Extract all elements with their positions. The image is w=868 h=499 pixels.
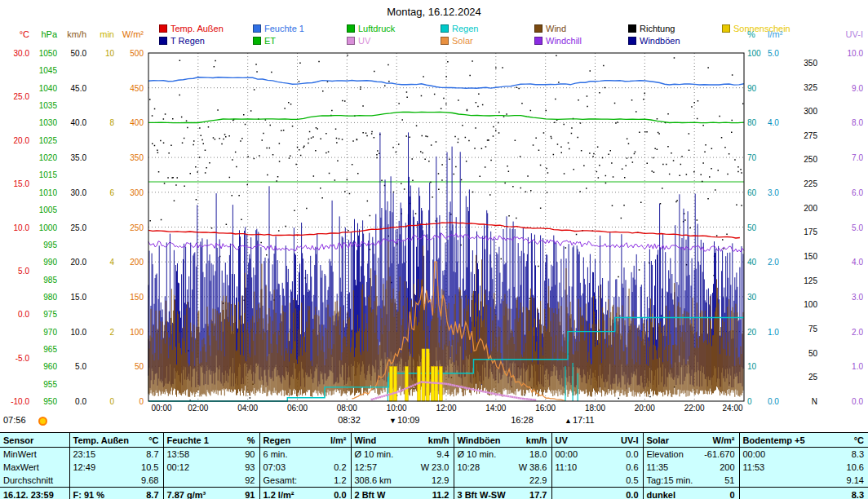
stats-cell: W 23.012:57 (351, 461, 454, 474)
stats-cell-value: W 23.0 (421, 462, 450, 472)
axis-tick-label: 955 (18, 380, 57, 389)
stats-cell: km/hWind (351, 433, 454, 448)
stats-cell: 10.611:53 (739, 461, 868, 474)
stats-cell-value: 92 (245, 475, 255, 485)
stats-cell: 22.9 (454, 474, 551, 488)
stats-cell: 11.22 Bft W (351, 488, 454, 499)
stats-cell-value: 0.5 (626, 475, 638, 485)
stats-cell: 10.512:49 (69, 461, 163, 474)
time-tick-label: 08:00 (330, 404, 363, 413)
stats-cell-value: 0.6 (626, 462, 638, 472)
axis-tick-label: 975 (18, 310, 57, 319)
stats-cell-value: l/m² (330, 435, 347, 445)
stats-cell: 0.01.2 l/m² (259, 488, 351, 499)
axis-tick-label: 450 (104, 84, 144, 93)
dawn-time-label: 07:56 (3, 415, 26, 425)
stats-cell-value: 1.2 (334, 475, 346, 485)
axis-tick-label: 150 (778, 252, 817, 261)
time-tick-label: 04:00 (232, 404, 264, 413)
axis-tick-label: 325 (778, 83, 817, 92)
stats-cell-value: 9.4 (436, 449, 449, 459)
time-tick-label: 22:00 (678, 404, 711, 413)
axis-tick-label: 1035 (18, 101, 57, 110)
stats-cell-label: Temp. Außen (73, 435, 129, 445)
axis-tick-label: 1.0 (824, 362, 863, 371)
axis-tick-label: 1045 (18, 66, 57, 75)
axis-tick-label: 35.0 (47, 153, 86, 162)
axis-tick-label: 400 (104, 118, 144, 127)
axis-tick-label: 6.0 (824, 188, 863, 197)
stats-cell-label: 00:00 (743, 449, 766, 459)
stats-cell: 8.7F: 91 % (69, 488, 163, 499)
time-tick-label: 10:00 (380, 404, 413, 413)
stats-cell: 0.0 (551, 488, 643, 499)
time-tick-label: 14:00 (480, 404, 512, 413)
stats-cell-value: -61.670 (704, 449, 734, 459)
axis-tick-label: 5.0 (824, 223, 863, 232)
time-tick-label: 24:00 (716, 404, 749, 413)
stats-cell: 9.4Ø 10 min. (351, 448, 454, 461)
stats-cell: 0.611:10 (551, 461, 643, 474)
time-tick-label: 18:00 (579, 404, 612, 413)
stats-cell-value: 9.68 (141, 475, 158, 485)
stats-cell-label: 12:49 (73, 462, 96, 472)
up-triangle-icon: ▲ (565, 417, 572, 425)
axis-unit-label: UV-I (824, 29, 863, 39)
stats-cell: 92 (163, 474, 259, 488)
stats-cell-label: F: 91 % (73, 490, 105, 499)
stats-cell: l/m²Regen (259, 433, 351, 448)
stats-cell-label: 10:28 (458, 462, 480, 472)
time-axis-labels: 00:0002:0004:0006:0008:0010:0012:0014:00… (0, 404, 868, 413)
time-tick-label: 16:00 (529, 404, 562, 413)
time-tick-label: 20:00 (628, 404, 661, 413)
stats-cell-value: % (247, 435, 255, 445)
stats-cell-label: 3 Bft W-SW (458, 490, 506, 499)
sunrise-time-label: 08:32 (333, 415, 365, 425)
axis-unit-label: l/m² (768, 29, 805, 39)
stats-cell-label: Feuchte 1 (167, 435, 209, 445)
stats-cell-label: 1.2 l/m² (264, 490, 294, 499)
stats-cell-value: km/h (526, 435, 547, 445)
marker-up-time-label: 17:11 (573, 415, 595, 425)
stats-cell-value: 18.0 (529, 449, 547, 459)
axis-tick-label: 150 (104, 293, 144, 302)
time-tick-label: 12:00 (430, 404, 463, 413)
axis-tick-label: -5.0 (0, 354, 29, 363)
stats-cell: 8.3 (739, 488, 868, 499)
stats-cell-label: 11:35 (647, 462, 669, 472)
stats-row-label: MaxWert (0, 461, 69, 474)
stats-cell-value: 11.2 (432, 490, 450, 499)
stats-cell: 9013:58 (163, 448, 259, 461)
stats-cell: %Feuchte 1 (163, 433, 259, 448)
axis-tick-label: 5.0 (768, 49, 805, 58)
stats-cell-label: Wind (355, 435, 377, 445)
stats-cell-label: 2 Bft W (355, 490, 386, 499)
axis-tick-label: 3.0 (824, 293, 863, 302)
axis-tick-label: 8.0 (824, 118, 863, 127)
stats-cell: 0.5 (551, 474, 643, 488)
axis-tick-label: 300 (778, 107, 817, 116)
stats-cell-label: 00:00 (556, 449, 578, 459)
axis-tick-label: 1005 (18, 205, 57, 214)
stats-cell-label: Tag:15 min. (647, 475, 693, 485)
stats-cell: 0dunkel (643, 488, 739, 499)
stats-cell-value: 93 (245, 462, 255, 472)
stats-row: Sensor°CTemp. Außen%Feuchte 1l/m²Regenkm… (0, 433, 868, 448)
axis-tick-label: 15.0 (47, 293, 86, 302)
axis-tick-label: 10 (747, 362, 785, 371)
stats-row: MinWert8.723:159013:586 min.9.4Ø 10 min.… (0, 448, 868, 461)
stats-cell-value: 22.9 (529, 475, 547, 485)
stats-cell: 20011:35 (643, 461, 739, 474)
stats-cell-label: Windböen (458, 435, 501, 445)
stats-cell-label: 07:03 (264, 462, 286, 472)
stats-cell: 0.207:03 (259, 461, 351, 474)
stats-cell: 6 min. (259, 448, 351, 461)
axis-tick-label: 995 (18, 241, 57, 250)
axis-tick-label: 965 (18, 345, 57, 354)
stats-cell-label: 11:53 (743, 462, 765, 472)
weather-day-chart-page: Montag, 16.12.2024 Temp. AußenFeuchte 1L… (0, 0, 868, 499)
axis-tick-label: 4.0 (768, 118, 805, 127)
axis-tick-label: 3.0 (768, 188, 805, 197)
axis-tick-label: 50 (104, 362, 144, 371)
stats-cell-label: 13:58 (167, 449, 190, 459)
